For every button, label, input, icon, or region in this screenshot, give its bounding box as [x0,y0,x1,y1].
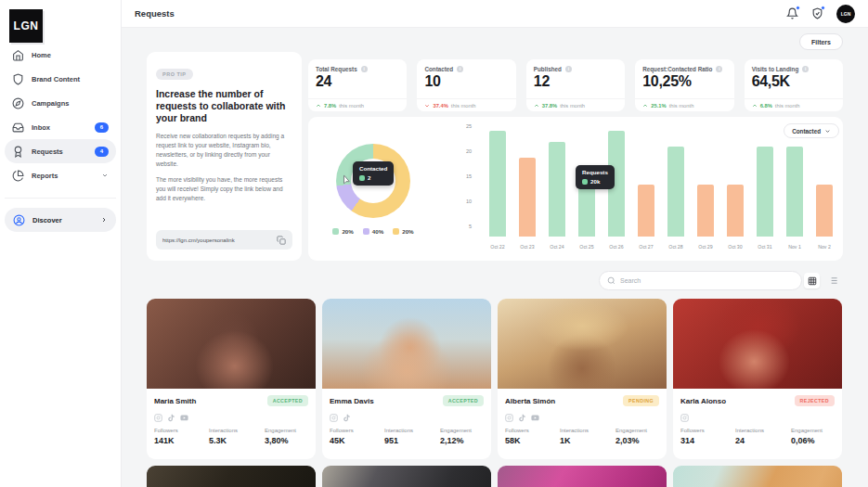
stat-value: 10 [424,73,508,90]
bar-oct-31[interactable] [757,147,773,237]
info-icon[interactable]: i [565,66,572,72]
influencer-card-alberta-sim-n[interactable]: Alberta Simón PENDING Followers 58K Inte… [498,299,667,459]
pro-tip-paragraph: The more visibility you have, the more r… [156,175,292,202]
tooltip-dot [359,175,365,181]
y-tick: 10 [466,199,472,204]
tooltip-label: Requests [582,169,608,175]
notifications-bell-icon[interactable] [786,7,798,19]
info-icon[interactable]: i [361,66,368,72]
influencer-card-maria-smith[interactable]: Maria Smith ACCEPTED Followers 141K Inte… [147,299,316,459]
grid-icon [808,276,817,286]
sidebar-item-label: Inbox [32,123,95,132]
x-tick: Oct 31 [750,244,780,250]
influencer-card-emma-davis[interactable]: Emma Davis ACCEPTED Followers 45K Intera… [322,299,491,459]
filters-button[interactable]: Filters [799,33,843,50]
bar-oct-28[interactable] [667,147,684,237]
chart-metric-dropdown[interactable]: Contacted [784,123,839,138]
chevron-down-icon [101,172,109,179]
legend-item: 20% [332,228,353,235]
stat-card-contacted: Contacted i 10 37.4% this month [417,59,515,111]
interactions-label: Interactions [384,428,440,433]
sidebar-item-label: Reports [32,172,101,180]
user-circle-icon [13,214,25,226]
stat-card-visits-to-landing: Visits to Landing i 64,5K 6.8% this mont… [745,59,843,111]
tiktok-icon[interactable] [343,414,351,422]
trend-suffix: this month [560,103,585,109]
copy-icon[interactable] [277,236,286,245]
photo-thumbnail[interactable] [147,466,316,487]
bar-column: Oct 27 [631,126,661,241]
followers-value: 141K [154,436,209,445]
bar-oct-24[interactable] [549,142,565,237]
bar-column: Oct 29 [691,126,720,241]
donut-tooltip: Contacted 2 [353,161,394,186]
influencer-cards-row: Maria Smith ACCEPTED Followers 141K Inte… [147,299,845,459]
tiktok-icon[interactable] [518,414,526,422]
followers-value: 314 [680,436,735,445]
grid-view-button[interactable] [804,273,820,288]
trend-up-icon [316,103,321,109]
sidebar-item-reports[interactable]: Reports [5,163,116,187]
list-view-button[interactable] [825,273,841,288]
interactions-value: 5.3K [209,436,265,445]
youtube-icon[interactable] [531,414,539,422]
sidebar-item-label: Brand Content [32,75,109,83]
influencer-card-karla-alonso[interactable]: Karla Alonso REJECTED Followers 314 Inte… [673,299,842,459]
engagement-value: 2,03% [615,436,659,445]
trend-up-icon [642,103,648,109]
sidebar-item-brand-content[interactable]: Brand Content [5,67,116,91]
sidebar-item-inbox[interactable]: Inbox 6 [5,115,116,139]
chevron-right-icon [100,216,108,224]
photo-thumbnail[interactable] [322,466,491,487]
sidebar-item-campaigns[interactable]: Campaigns [5,91,116,115]
photo-thumbnail[interactable] [673,466,842,487]
info-icon[interactable]: i [716,66,722,72]
bar-oct-23[interactable] [519,158,536,237]
x-tick: Nov 2 [810,244,839,250]
bar-oct-27[interactable] [638,185,654,237]
stat-label: Visits to Landing [752,66,799,72]
trend-suffix: this month [339,103,364,109]
bar-column: Oct 23 [512,126,542,241]
instagram-icon[interactable] [680,414,689,422]
bar-oct-30[interactable] [727,185,744,237]
photo-thumbnail[interactable] [498,466,667,487]
sidebar-item-label: Requests [32,147,95,156]
sidebar-item-label: Home [32,51,109,59]
bar-oct-29[interactable] [697,185,714,237]
youtube-icon[interactable] [180,414,188,422]
avatar[interactable]: LGN [836,5,855,23]
pro-tip-badge: PRO TIP [156,69,193,80]
shield-check-icon[interactable] [811,7,823,19]
tooltip-label: Contacted [359,165,387,172]
y-tick: 5 [469,224,472,229]
y-tick: 25 [466,123,472,129]
bar-oct-22[interactable] [489,131,506,237]
tiktok-icon[interactable] [167,414,175,422]
engagement-value: 3,80% [265,436,308,445]
bar-nov-2[interactable] [816,185,833,237]
sidebar-item-home[interactable]: Home [5,43,116,67]
status-badge: ACCEPTED [267,395,308,406]
instagram-icon[interactable] [330,414,338,422]
influencer-photo [498,299,667,389]
trend-percent: 7.8% [324,103,336,109]
instagram-icon[interactable] [505,414,513,422]
stat-card-published: Published i 12 37.8% this month [526,59,625,111]
status-badge: REJECTED [795,395,835,406]
sidebar-item-requests[interactable]: Requests 4 [5,139,116,163]
sidebar-item-discover[interactable]: Discover [5,208,116,232]
instagram-icon[interactable] [154,414,162,422]
influencer-name: Alberta Simón [505,397,555,405]
count-badge: 6 [95,122,109,133]
dropdown-selected-value: Contacted [792,128,821,135]
followers-label: Followers [154,428,209,433]
notification-dot [796,6,800,10]
bar-nov-1[interactable] [786,147,803,237]
info-icon[interactable]: i [802,66,809,72]
sidebar: LGN Home Brand Content Campaigns Inbox 6… [0,0,122,487]
donut-legend: 20% 40% 20% [316,228,431,235]
personal-link-input[interactable] [162,237,277,243]
search-input[interactable] [620,277,794,284]
info-icon[interactable]: i [457,66,463,72]
